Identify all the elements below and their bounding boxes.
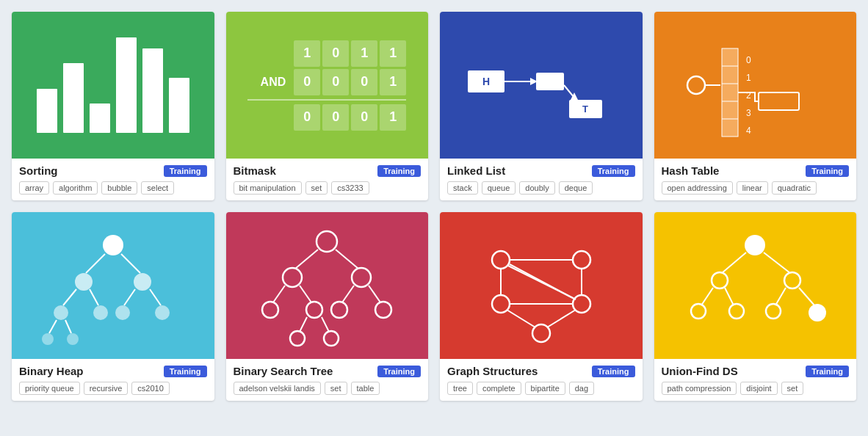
tag-doubly[interactable]: doubly: [519, 181, 554, 195]
tag-array[interactable]: array: [19, 181, 49, 195]
tag-algorithm[interactable]: algorithm: [53, 181, 98, 195]
bh-edge-5: [124, 289, 135, 305]
bst-edge-6: [369, 286, 380, 302]
bst-l2-2: [352, 268, 371, 287]
uf-edge-6: [799, 288, 814, 305]
card-sorting-badge: Training: [164, 165, 207, 177]
card-graph-footer: Graph Structures Training tree complete …: [440, 359, 643, 401]
card-bst-title-row: Binary Search Tree Training: [234, 365, 422, 377]
bst-root: [317, 231, 337, 252]
tag-quadratic[interactable]: quadratic: [772, 181, 817, 195]
card-binaryheap-tags: priority queue recursive cs2010: [19, 382, 207, 395]
card-graph[interactable]: Graph Structures Training tree complete …: [440, 212, 643, 401]
bst-svg: [242, 223, 411, 348]
bh-node-root: [103, 235, 123, 255]
tag-tree[interactable]: tree: [447, 382, 473, 395]
tag-path-compression[interactable]: path compression: [662, 382, 737, 395]
bh-node-l3-1: [54, 305, 68, 320]
card-bst[interactable]: Binary Search Tree Training adelson vels…: [226, 212, 429, 401]
bh-node-l3-2: [93, 305, 108, 320]
uf-l3-3: [766, 304, 781, 319]
bst-edge-4: [300, 286, 311, 302]
card-unionfind-footer: Union-Find DS Training path compression …: [654, 359, 857, 401]
bst-l3-3: [331, 302, 347, 318]
bh-edge-2: [121, 254, 140, 273]
card-hashtable[interactable]: 0 1 2 3 4 Hash Table Training open addre…: [654, 12, 857, 200]
ht-label-1: 1: [746, 73, 751, 83]
uf-l2-1: [712, 272, 728, 288]
g-node-tl: [492, 251, 510, 269]
card-bst-image: [226, 212, 429, 359]
tag-open-addressing[interactable]: open addressing: [662, 181, 733, 195]
tag-cs3233[interactable]: cs3233: [331, 181, 369, 195]
card-linkedlist[interactable]: H T Linked List Training stack q: [440, 12, 643, 200]
tag-adelson[interactable]: adelson velskii landis: [234, 382, 321, 395]
uf-edge-5: [775, 288, 786, 305]
card-bst-badge: Training: [377, 366, 421, 377]
uf-edge-1: [722, 252, 746, 273]
bitmask-r1c4: 1: [380, 40, 406, 67]
card-unionfind[interactable]: Union-Find DS Training path compression …: [654, 212, 857, 401]
uf-l2-2: [784, 272, 800, 288]
card-hashtable-badge: Training: [806, 165, 849, 177]
card-unionfind-title: Union-Find DS: [662, 365, 738, 377]
tag-set-uf[interactable]: set: [781, 382, 804, 395]
card-bitmask[interactable]: 1 0 1 1 AND 0 0 0 1 0 0 0 1 Bitmask Trai…: [226, 12, 429, 200]
card-unionfind-title-row: Union-Find DS Training: [662, 365, 850, 377]
card-bitmask-image: 1 0 1 1 AND 0 0 0 1 0 0 0 1: [226, 12, 429, 159]
tag-deque[interactable]: deque: [559, 181, 593, 195]
bh-node-l4-1: [42, 333, 54, 345]
bst-l4-2: [324, 331, 339, 346]
card-bitmask-badge: Training: [377, 165, 421, 177]
tag-bubble[interactable]: bubble: [101, 181, 137, 195]
ll-mid-box: [536, 73, 564, 90]
hashtable-svg: 0 1 2 3 4: [674, 26, 836, 144]
tag-recursive[interactable]: recursive: [84, 382, 129, 395]
bst-l2-1: [283, 268, 302, 287]
tag-table-bst[interactable]: table: [351, 382, 380, 395]
card-graph-title: Graph Structures: [447, 365, 538, 377]
uf-edge-2: [701, 288, 713, 305]
tag-cs2010[interactable]: cs2010: [131, 382, 169, 395]
uf-edge-4: [764, 252, 790, 273]
bitmask-divider: [247, 99, 406, 101]
tag-priority-queue[interactable]: priority queue: [19, 382, 80, 395]
card-binaryheap-footer: Binary Heap Training priority queue recu…: [12, 359, 214, 401]
card-graph-title-row: Graph Structures Training: [447, 365, 635, 377]
ht-label-0: 0: [746, 55, 751, 65]
tag-disjoint[interactable]: disjoint: [740, 382, 777, 395]
card-binaryheap[interactable]: Binary Heap Training priority queue recu…: [12, 212, 214, 401]
tag-stack[interactable]: stack: [447, 181, 478, 195]
ht-array-bg: [722, 48, 738, 137]
card-hashtable-footer: Hash Table Training open addressing line…: [654, 159, 857, 200]
tag-dag[interactable]: dag: [569, 382, 594, 395]
bh-edge-1: [86, 254, 105, 273]
tag-set[interactable]: set: [305, 181, 328, 195]
ht-label-4: 4: [746, 126, 751, 136]
card-linkedlist-title: Linked List: [447, 164, 505, 177]
bitmask-r1c3: 1: [351, 40, 377, 67]
tag-set-bst[interactable]: set: [325, 382, 347, 395]
uf-l3-4: [809, 304, 826, 321]
card-sorting[interactable]: Sorting Training array algorithm bubble …: [12, 12, 214, 200]
tag-linear[interactable]: linear: [737, 181, 768, 195]
bh-node-l3-4: [155, 305, 170, 320]
ll-h-label: H: [482, 76, 490, 87]
bh-node-l4-2: [67, 333, 79, 345]
tag-queue[interactable]: queue: [482, 181, 516, 195]
card-unionfind-tags: path compression disjoint set: [662, 382, 850, 395]
card-linkedlist-title-row: Linked List Training: [447, 164, 635, 177]
tag-bit-manipulation[interactable]: bit manipulation: [234, 181, 302, 195]
tag-select[interactable]: select: [141, 181, 174, 195]
bar-2: [63, 63, 84, 133]
graph-svg: [457, 223, 626, 348]
card-graph-image: [440, 212, 643, 359]
bitmask-r3c3: 0: [351, 104, 377, 131]
bitmask-r2c4: 1: [380, 69, 406, 95]
g-edge-diag2: [510, 264, 576, 299]
tag-complete[interactable]: complete: [477, 382, 521, 395]
bst-l3-4: [375, 302, 391, 318]
card-bitmask-footer: Bitmask Training bit manipulation set cs…: [226, 159, 429, 200]
card-hashtable-title: Hash Table: [662, 164, 720, 177]
tag-bipartite[interactable]: bipartite: [525, 382, 565, 395]
